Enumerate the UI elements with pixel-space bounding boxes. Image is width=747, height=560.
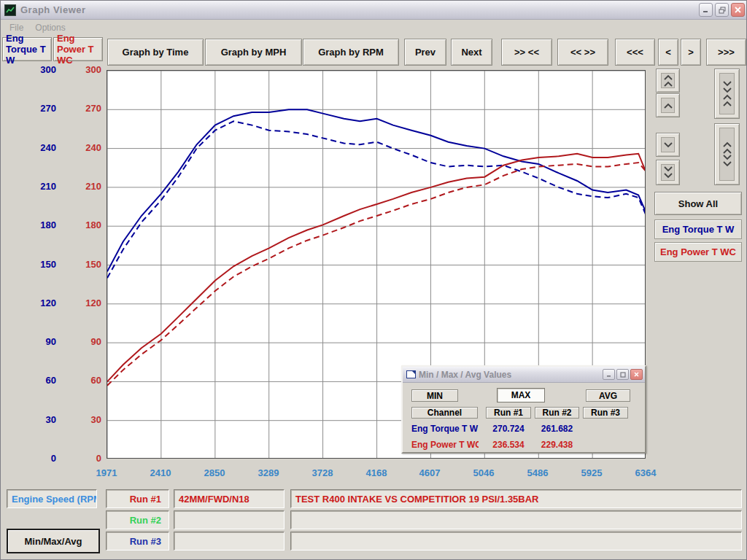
scroll-down-button[interactable] [656,133,680,157]
channel-tab-torque[interactable]: Eng Torque T W [2,37,52,61]
chevron-panel [661,164,675,181]
window-controls [699,3,745,17]
x-axis-label: 4168 [353,467,400,478]
run-2-name-field[interactable] [174,510,285,529]
run-1-label[interactable]: Run #1 [106,489,169,508]
y-axis-label-left: 120 [26,298,56,308]
dialog-channel-name: Eng Power T WC [411,440,479,450]
minmax-dialog: Min / Max / Avg Values MINMAXAVGChannelR… [401,365,646,454]
close-icon[interactable] [731,3,745,17]
series-2-line [107,121,646,278]
run-2-desc-field[interactable] [290,510,742,529]
x-axis-label: 1971 [83,467,130,478]
chevron-panel [719,128,735,181]
run-1-name-field[interactable]: 42MM/FWD/N18 [174,489,285,508]
graph-by-time-button[interactable]: Graph by Time [107,39,204,66]
x-axis-label: 6364 [622,467,669,478]
x-channel-field[interactable]: Engine Speed (RPM) [7,489,97,508]
y-axis-label-right: 300 [71,64,101,75]
column-header-run-1[interactable]: Run #1 [486,407,531,419]
scroll-left-fast-button[interactable]: <<< [615,39,655,66]
chevron-down-icon [722,88,732,93]
show-all-button[interactable]: Show All [654,192,742,215]
y-axis-label-left: 270 [26,103,56,114]
dialog-value: 236.534 [486,440,531,450]
graph-by-mph-button[interactable]: Graph by MPH [205,39,302,66]
chevron-down-icon [722,155,732,160]
column-header-run-2[interactable]: Run #2 [535,407,579,419]
y-axis-label-left: 60 [26,375,56,386]
run-3-label[interactable]: Run #3 [106,532,169,551]
chevron-up-icon [722,101,732,106]
y-axis-label-left: 180 [26,219,56,230]
x-axis-label: 2410 [137,467,184,478]
column-header-channel[interactable]: Channel [411,407,478,419]
chevron-panel [661,98,675,113]
y-axis-label-right: 180 [71,219,101,230]
dialog-channel-name: Eng Torque T W [411,424,479,434]
minimize-button[interactable] [699,3,713,17]
scroll-up-button[interactable] [656,93,680,117]
scroll-up-fast-button[interactable] [656,69,680,93]
y-axis-label-right: 30 [71,414,101,425]
prev-button[interactable]: Prev [404,39,446,66]
y-axis-label-left: 90 [26,336,56,347]
chevron-up-icon [722,148,732,154]
legend-item-power[interactable]: Eng Power T WC [654,242,742,262]
dialog-value: 261.682 [535,424,579,434]
compress-x-button[interactable]: >> << [501,39,552,66]
chevron-up-icon [663,81,673,87]
column-header-run-3[interactable]: Run #3 [583,407,628,419]
y-axis-label-left: 300 [26,64,56,75]
series-3-line [107,154,646,382]
expand-y-button[interactable] [714,123,740,185]
graph-by-rpm-button[interactable]: Graph by RPM [303,39,399,66]
chevron-down-icon [663,142,673,148]
y-axis-label-right: 270 [71,103,101,114]
series-1-line [107,109,646,271]
scroll-down-fast-button[interactable] [656,160,680,185]
y-axis-label-right: 60 [71,375,101,386]
legend-item-torque[interactable]: Eng Torque T W [654,219,742,239]
y-axis-label-left: 30 [26,414,56,425]
run-3-desc-field[interactable] [290,532,742,551]
menubar: FileOptions [1,20,747,34]
y-axis-label-left: 210 [26,181,56,192]
series-4-line [107,163,646,386]
run-3-name-field[interactable] [174,532,285,551]
chevron-down-icon [663,173,673,179]
max-button[interactable]: MAX [497,388,545,402]
expand-x-button[interactable]: << >> [557,39,608,66]
x-axis-label: 4607 [406,467,453,478]
y-axis-label-left: 150 [26,259,56,270]
x-axis-label: 3289 [245,467,292,478]
chevron-up-icon [663,74,673,80]
scroll-left-button[interactable]: < [658,39,678,66]
menu-options[interactable]: Options [32,22,68,34]
restore-button[interactable] [715,3,729,17]
y-axis-label-right: 0 [71,453,101,464]
y-axis-label-right: 210 [71,181,101,192]
run-2-label[interactable]: Run #2 [106,510,169,529]
app-icon [4,4,16,16]
y-axis-label-left: 0 [26,453,56,464]
graph-viewer-window: Graph Viewer FileOptions Eng Torque T WE… [0,0,747,560]
dialog-value: 270.724 [486,424,531,434]
dialog-maximize-button[interactable] [616,369,629,380]
minmaxavg-button[interactable]: Min/Max/Avg [7,529,100,553]
run-1-desc-field[interactable]: TEST R400 INTAKE VS COMPETITIOR 19 PSI/1… [290,489,742,508]
chevron-down-icon [663,166,673,172]
avg-button[interactable]: AVG [586,389,630,402]
x-axis-label: 5925 [568,467,615,478]
scroll-right-button[interactable]: > [681,39,701,66]
min-button[interactable]: MIN [411,389,458,402]
chevron-up-icon [722,141,732,147]
dialog-close-icon[interactable] [630,369,643,380]
dialog-minimize-button[interactable] [603,369,615,380]
chevron-up-icon [663,103,673,109]
scroll-right-fast-button[interactable]: >>> [706,39,746,66]
menu-file[interactable]: File [7,22,26,34]
compress-y-button[interactable] [714,69,740,119]
next-button[interactable]: Next [451,39,492,66]
channel-tab-power[interactable]: Eng Power T WC [53,37,103,61]
